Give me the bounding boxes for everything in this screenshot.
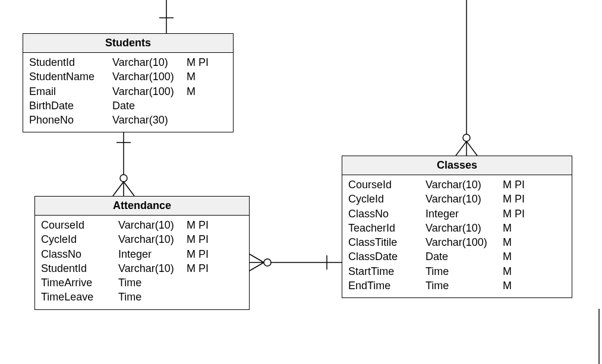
attr-row: TimeArrive Time [41, 276, 243, 290]
attr-type: Integer [118, 247, 187, 261]
entity-students-title: Students [23, 34, 233, 53]
attr-type: Time [118, 290, 187, 304]
attr-row: ClassNo Integer M PI [348, 207, 566, 221]
attr-type: Time [118, 276, 187, 290]
attr-type: Date [112, 99, 187, 113]
attr-row: BirthDate Date [29, 99, 227, 113]
attr-name: ClassNo [348, 207, 426, 221]
svg-point-4 [120, 175, 127, 182]
attr-row: CycleId Varchar(10) M PI [348, 192, 566, 206]
attr-type: Varchar(10) [426, 221, 503, 235]
attr-type: Varchar(10) [118, 261, 187, 276]
attr-type: Varchar(10) [118, 232, 187, 246]
attr-name: ClassDate [348, 249, 426, 264]
attr-name: StartTime [348, 264, 426, 278]
attr-name: TimeArrive [41, 276, 118, 290]
attr-type: Varchar(10) [118, 218, 187, 232]
attr-name: CourseId [348, 178, 426, 192]
entity-attendance: Attendance CourseId Varchar(10) M PI Cyc… [34, 196, 250, 310]
entity-attendance-body: CourseId Varchar(10) M PI CycleId Varcha… [35, 216, 249, 309]
attr-name: BirthDate [29, 99, 112, 113]
attr-row: TimeLeave Time [41, 290, 243, 304]
attr-flags: M PI [187, 232, 209, 246]
attr-flags: M PI [503, 207, 525, 221]
attr-name: PhoneNo [29, 113, 112, 127]
svg-line-9 [250, 254, 264, 262]
attr-type: Varchar(30) [112, 113, 187, 127]
entity-classes: Classes CourseId Varchar(10) M PI CycleI… [342, 156, 572, 298]
svg-line-14 [456, 141, 467, 156]
attr-type: Date [426, 249, 503, 264]
attr-flags: M PI [187, 55, 209, 69]
attr-flags: M PI [187, 261, 209, 276]
entity-classes-body: CourseId Varchar(10) M PI CycleId Varcha… [342, 175, 572, 297]
attr-row: ClassTitile Varchar(100) M [348, 235, 566, 249]
attr-name: EndTime [348, 278, 426, 293]
attr-type: Varchar(10) [426, 178, 503, 192]
attr-row: StudentName Varchar(100) M [29, 69, 227, 84]
attr-name: StudentId [29, 55, 112, 69]
attr-row: TeacherId Varchar(10) M [348, 221, 566, 235]
svg-point-8 [264, 259, 271, 266]
attr-row: CycleId Varchar(10) M PI [41, 232, 243, 246]
svg-line-6 [124, 182, 134, 196]
attr-flags: M [503, 235, 512, 249]
attr-name: ClassNo [41, 247, 118, 261]
attr-flags: M [187, 84, 196, 99]
svg-point-13 [463, 134, 470, 141]
svg-line-5 [113, 182, 124, 196]
entity-classes-title: Classes [342, 156, 572, 175]
attr-name: StudentName [29, 69, 112, 84]
attr-name: Email [29, 84, 112, 99]
attr-type: Time [426, 278, 503, 293]
attr-type: Varchar(100) [112, 84, 187, 99]
attr-row: StudentId Varchar(10) M PI [29, 55, 227, 69]
attr-row: CourseId Varchar(10) M PI [41, 218, 243, 232]
attr-row: StartTime Time M [348, 264, 566, 278]
attr-name: CycleId [348, 192, 426, 206]
attr-name: StudentId [41, 261, 118, 276]
attr-flags: M PI [503, 192, 525, 206]
attr-flags: M PI [187, 247, 209, 261]
attr-type: Varchar(10) [426, 192, 503, 206]
attr-flags: M [187, 69, 196, 84]
attr-type: Varchar(100) [426, 235, 503, 249]
attr-flags: M [503, 249, 512, 264]
attr-row: CourseId Varchar(10) M PI [348, 178, 566, 192]
attr-row: Email Varchar(100) M [29, 84, 227, 99]
attr-type: Integer [426, 207, 503, 221]
attr-name: ClassTitile [348, 235, 426, 249]
attr-flags: M [503, 264, 512, 278]
attr-row: EndTime Time M [348, 278, 566, 293]
entity-students: Students StudentId Varchar(10) M PI Stud… [23, 33, 234, 132]
attr-row: ClassNo Integer M PI [41, 247, 243, 261]
attr-row: StudentId Varchar(10) M PI [41, 261, 243, 276]
attr-flags: M [503, 278, 512, 293]
attr-name: CourseId [41, 218, 118, 232]
attr-type: Varchar(100) [112, 69, 187, 84]
attr-name: TimeLeave [41, 290, 118, 304]
attr-type: Time [426, 264, 503, 278]
attr-flags: M PI [187, 218, 209, 232]
attr-row: PhoneNo Varchar(30) [29, 113, 227, 127]
attr-name: TeacherId [348, 221, 426, 235]
attr-type: Varchar(10) [112, 55, 187, 69]
svg-line-15 [467, 141, 477, 156]
entity-attendance-title: Attendance [35, 197, 249, 216]
attr-flags: M [503, 221, 512, 235]
attr-row: ClassDate Date M [348, 249, 566, 264]
attr-flags: M PI [503, 178, 525, 192]
entity-students-body: StudentId Varchar(10) M PI StudentName V… [23, 53, 233, 132]
attr-name: CycleId [41, 232, 118, 246]
svg-line-10 [250, 262, 264, 271]
